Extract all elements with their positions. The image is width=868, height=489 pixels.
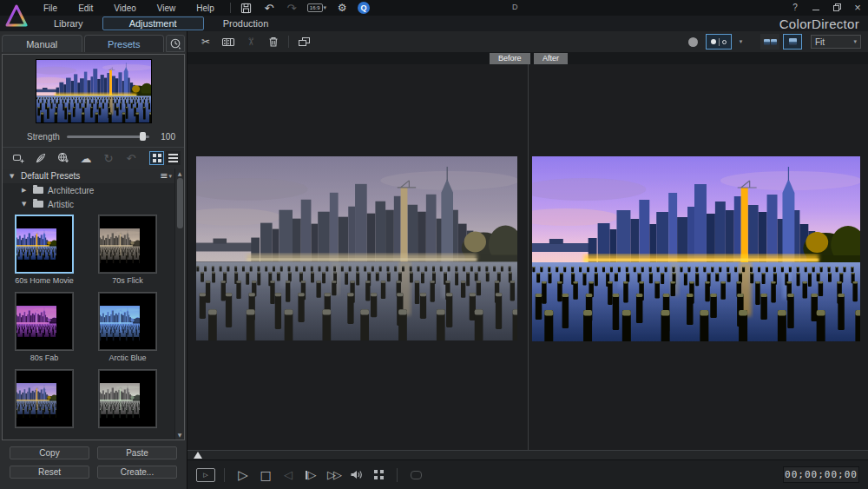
zoom-select[interactable]: Fit ▾ (811, 35, 861, 49)
close-button[interactable]: × (852, 2, 863, 12)
folder-icon (33, 187, 43, 194)
preset-scrollbar[interactable]: ▲ ▼ (174, 169, 184, 439)
preset-menu-icon[interactable]: ≡▾ (160, 170, 172, 182)
show-original-icon[interactable] (683, 34, 702, 50)
account-icon[interactable]: Q (358, 2, 370, 14)
seek-bar[interactable] (187, 450, 868, 460)
paste-button[interactable]: Paste (97, 446, 177, 459)
restore-button[interactable] (832, 2, 842, 12)
compare-dropdown-icon[interactable]: ▾ (735, 34, 746, 50)
preset-toolbar: ☁ ↻ ↶ (3, 148, 184, 169)
preset-partial-right[interactable] (98, 369, 157, 428)
before-label: Before (490, 53, 530, 64)
preset-partial-left[interactable] (15, 369, 74, 428)
view-mode-group (149, 151, 181, 165)
list-view-button[interactable] (166, 151, 181, 165)
before-image[interactable] (196, 156, 517, 340)
sync-icon[interactable]: ↻ (98, 150, 119, 166)
aspect-ratio-icon[interactable]: 16:9▾ (307, 2, 326, 14)
preview-thumbnail (36, 59, 152, 123)
menu-edit[interactable]: Edit (68, 2, 103, 15)
help-button[interactable]: ? (790, 2, 800, 12)
preview-window-button[interactable]: ▷ (196, 466, 215, 485)
adjustment-toolbar: ✂ ✂ (187, 31, 868, 52)
tab-presets[interactable]: Presets (84, 35, 165, 52)
transport-separator (397, 468, 398, 482)
reset-button[interactable]: Reset (10, 466, 89, 479)
minimize-button[interactable] (811, 2, 821, 12)
delete-icon[interactable] (262, 34, 285, 50)
stop-button[interactable]: □ (256, 466, 275, 485)
app-name: ColorDirector (779, 17, 859, 31)
preset-80s-fab[interactable]: 80s Fab (15, 292, 74, 362)
menu-view[interactable]: View (147, 2, 187, 15)
select-region-add-icon[interactable] (8, 150, 29, 166)
strength-slider-handle[interactable] (140, 132, 146, 141)
history-clock-icon[interactable] (166, 35, 185, 52)
grid-view-button[interactable] (149, 151, 164, 165)
preset-60s-home-movie[interactable]: 60s Home Movie (15, 215, 74, 285)
strength-slider[interactable] (67, 135, 149, 138)
snapshot-button[interactable] (406, 466, 425, 485)
feather-pen-icon[interactable] (30, 150, 51, 166)
tab-production[interactable]: Production (211, 17, 281, 30)
menu-help[interactable]: Help (186, 2, 225, 15)
tab-adjustment[interactable]: Adjustment (102, 17, 204, 30)
preset-browser: ▼ Default Presets ≡▾ ▶ Architecture ▼ Ar… (3, 169, 184, 439)
directorzone-download-icon[interactable] (53, 150, 74, 166)
scroll-up-icon[interactable]: ▲ (178, 169, 182, 178)
cloud-upload-icon[interactable]: ☁ (76, 150, 96, 166)
preset-70s-flick[interactable]: 70s Flick (98, 215, 157, 285)
expand-arrow-icon[interactable]: ▼ (22, 201, 29, 208)
view-controls: ▾ Fit ▾ (683, 34, 861, 50)
tree-root-row[interactable]: ▼ Default Presets ≡▾ (3, 169, 184, 183)
after-image[interactable] (532, 156, 860, 341)
volume-button[interactable] (346, 466, 365, 485)
undo-icon[interactable]: ↶ (262, 2, 276, 14)
chevron-down-icon: ▾ (853, 38, 857, 45)
tree-item-artistic[interactable]: ▼ Artistic (3, 197, 184, 211)
tab-manual[interactable]: Manual (2, 35, 82, 52)
scrollbar-thumb[interactable] (177, 178, 183, 228)
save-icon[interactable] (240, 2, 253, 14)
colordirector-window: File Edit Video View Help ↶ ↷ 16:9▾ ⚙ Q … (0, 0, 868, 489)
tab-library[interactable]: Library (42, 17, 95, 30)
menu-video[interactable]: Video (103, 2, 146, 15)
tree-item-architecture[interactable]: ▶ Architecture (3, 183, 184, 197)
preset-action-buttons: Copy Paste Reset Create... (2, 445, 185, 480)
menu-file[interactable]: File (33, 2, 68, 15)
strength-value: 100 (156, 132, 175, 142)
tree-item-label: Architecture (48, 186, 94, 195)
mode-tab-row: Library Adjustment Production ColorDirec… (0, 16, 868, 31)
settings-gear-icon[interactable]: ⚙ (335, 2, 349, 14)
before-dot-icon (711, 39, 716, 44)
timecode-display: 00;00;00;00 (783, 466, 859, 483)
split-view-button[interactable] (760, 34, 779, 50)
strength-control: Strength 100 (3, 126, 184, 147)
create-button[interactable]: Create... (97, 466, 177, 479)
playhead-marker[interactable] (194, 452, 202, 459)
single-view-button[interactable] (783, 34, 802, 50)
play-button[interactable]: ▷ (233, 466, 253, 485)
scroll-down-icon[interactable]: ▼ (178, 430, 182, 439)
previous-frame-button[interactable]: ◁ (279, 466, 298, 485)
before-after-toggle[interactable] (706, 34, 732, 50)
preview-quality-button[interactable] (369, 466, 388, 485)
preset-arctic-blue[interactable]: Arctic Blue (98, 292, 157, 362)
scene-frames-icon[interactable] (217, 34, 240, 50)
folder-icon (33, 201, 43, 208)
merge-clip-icon[interactable]: ✂ (243, 30, 259, 53)
compare-mode-icon[interactable] (293, 34, 315, 50)
next-frame-button[interactable]: ▷ (301, 466, 320, 485)
zoom-value: Fit (815, 37, 852, 47)
fast-forward-button[interactable]: ▷▷ (324, 466, 343, 485)
expand-arrow-icon[interactable]: ▼ (10, 173, 16, 180)
preset-label: 80s Fab (15, 354, 74, 362)
redo-icon[interactable]: ↷ (285, 2, 299, 14)
revert-icon[interactable]: ↶ (121, 150, 141, 166)
preset-label: 60s Home Movie (15, 276, 74, 285)
copy-button[interactable]: Copy (10, 446, 89, 459)
collapse-arrow-icon[interactable]: ▶ (22, 187, 29, 194)
menu-bar: File Edit Video View Help (33, 2, 225, 15)
split-clip-icon[interactable]: ✂ (194, 34, 217, 50)
